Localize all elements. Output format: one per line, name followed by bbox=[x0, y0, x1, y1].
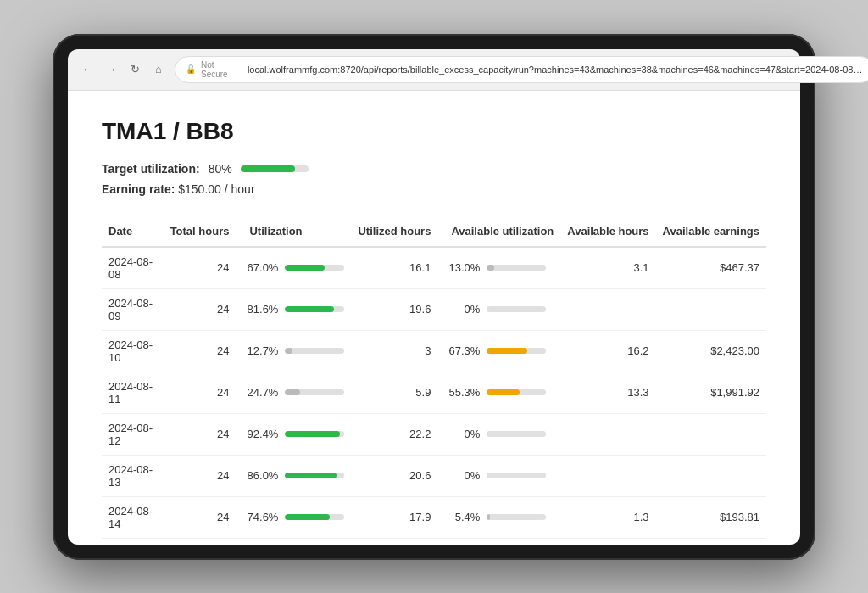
cell-avail-earnings: $193.81 bbox=[656, 496, 766, 538]
cell-utilization: 43.2% bbox=[236, 538, 351, 545]
col-header-date: Date bbox=[102, 216, 164, 247]
avail-util-bar-fill bbox=[487, 265, 494, 271]
target-util-label: Target utilization: bbox=[102, 162, 200, 176]
browser-chrome: ← → ↻ ⌂ 🔓 Not Secure local.wolframmfg.co… bbox=[68, 49, 800, 91]
cell-avail-util: 13.0% bbox=[437, 247, 560, 289]
util-pct-value: 81.6% bbox=[242, 303, 278, 316]
earning-rate-label: Earning rate: bbox=[102, 182, 175, 196]
util-bar bbox=[285, 348, 344, 354]
cell-total-hours: 23 bbox=[164, 538, 236, 545]
cell-avail-hours: 8.5 bbox=[560, 538, 655, 545]
earning-rate-value: $150.00 / hour bbox=[178, 182, 254, 196]
target-util-progress-fill bbox=[241, 165, 295, 172]
avail-util-bar bbox=[487, 431, 546, 437]
avail-util-bar-fill bbox=[487, 514, 490, 520]
back-button[interactable]: ← bbox=[78, 60, 97, 79]
cell-total-hours: 24 bbox=[164, 372, 236, 413]
util-pct-value: 24.7% bbox=[242, 386, 278, 399]
cell-utilization: 86.0% bbox=[236, 455, 351, 496]
cell-utilized-hours: 9.9 bbox=[351, 538, 437, 545]
cell-utilized-hours: 5.9 bbox=[351, 372, 437, 413]
table-row: 2024-08-08 24 67.0% 16.1 13.0% 3.1 $467.… bbox=[102, 247, 766, 289]
cell-total-hours: 24 bbox=[164, 247, 236, 289]
col-header-total-hours: Total hours bbox=[164, 216, 236, 247]
table-header-row: Date Total hours Utilization Utilized ho… bbox=[102, 216, 766, 247]
cell-avail-util: 67.3% bbox=[437, 330, 560, 372]
avail-util-bar-fill bbox=[487, 348, 526, 354]
cell-avail-hours: 3.1 bbox=[560, 247, 655, 289]
target-util-progress bbox=[241, 165, 309, 172]
util-pct-value: 67.0% bbox=[242, 261, 278, 274]
cell-avail-util: 0% bbox=[437, 455, 560, 496]
target-util-value: 80% bbox=[209, 162, 232, 176]
lock-icon: 🔓 bbox=[186, 64, 196, 74]
target-utilization-row: Target utilization: 80% bbox=[102, 162, 766, 176]
not-secure-label: Not Secure bbox=[201, 60, 242, 79]
cell-avail-earnings: $467.37 bbox=[656, 247, 766, 289]
cell-avail-earnings: $1,269.15 bbox=[656, 538, 766, 545]
cell-avail-earnings: $2,423.00 bbox=[656, 330, 766, 372]
cell-date: 2024-08-15 bbox=[102, 538, 164, 545]
cell-total-hours: 24 bbox=[164, 496, 236, 538]
avail-util-pct-value: 67.3% bbox=[444, 344, 480, 357]
cell-total-hours: 24 bbox=[164, 455, 236, 496]
cell-avail-hours bbox=[560, 413, 655, 455]
avail-util-bar bbox=[487, 265, 546, 271]
cell-utilization: 12.7% bbox=[236, 330, 351, 372]
cell-utilized-hours: 20.6 bbox=[351, 455, 437, 496]
url-text: local.wolframmfg.com:8720/api/reports/bi… bbox=[248, 64, 863, 75]
browser-nav-icons: ← → ↻ ⌂ bbox=[78, 60, 168, 79]
util-bar bbox=[285, 514, 344, 520]
cell-date: 2024-08-08 bbox=[102, 247, 164, 289]
forward-button[interactable]: → bbox=[102, 60, 120, 79]
cell-utilization: 92.4% bbox=[236, 413, 351, 455]
cell-date: 2024-08-14 bbox=[102, 496, 164, 538]
cell-utilized-hours: 19.6 bbox=[351, 288, 437, 330]
address-bar[interactable]: 🔓 Not Secure local.wolframmfg.com:8720/a… bbox=[175, 56, 868, 83]
util-pct-value: 86.0% bbox=[242, 469, 278, 482]
reload-button[interactable]: ↻ bbox=[125, 60, 144, 79]
table-row: 2024-08-15 23 43.2% 9.9 36.8% 8.5 $1,269… bbox=[102, 538, 766, 545]
cell-date: 2024-08-10 bbox=[102, 330, 164, 372]
util-bar-fill bbox=[285, 348, 292, 354]
cell-utilized-hours: 3 bbox=[351, 330, 437, 372]
cell-total-hours: 24 bbox=[164, 288, 236, 330]
cell-avail-earnings bbox=[656, 455, 766, 496]
cell-avail-earnings bbox=[656, 288, 766, 330]
table-row: 2024-08-11 24 24.7% 5.9 55.3% 13.3 $1,99… bbox=[102, 372, 766, 413]
home-button[interactable]: ⌂ bbox=[149, 60, 168, 79]
device-frame: ← → ↻ ⌂ 🔓 Not Secure local.wolframmfg.co… bbox=[53, 34, 815, 560]
util-bar-fill bbox=[285, 514, 329, 520]
util-bar bbox=[285, 265, 344, 271]
util-bar bbox=[285, 473, 344, 478]
cell-utilized-hours: 22.2 bbox=[351, 413, 437, 455]
cell-avail-earnings: $1,991.92 bbox=[656, 372, 766, 413]
cell-utilized-hours: 17.9 bbox=[351, 496, 437, 538]
avail-util-bar bbox=[487, 348, 546, 354]
table-row: 2024-08-13 24 86.0% 20.6 0% bbox=[102, 455, 766, 496]
util-bar bbox=[285, 389, 344, 395]
avail-util-pct-value: 13.0% bbox=[444, 261, 480, 274]
util-pct-value: 12.7% bbox=[242, 344, 278, 357]
avail-util-bar bbox=[487, 389, 546, 395]
cell-avail-util: 36.8% bbox=[437, 538, 560, 545]
util-bar bbox=[285, 306, 344, 312]
cell-avail-hours: 1.3 bbox=[560, 496, 655, 538]
util-bar-fill bbox=[285, 306, 333, 312]
cell-avail-util: 5.4% bbox=[437, 496, 560, 538]
cell-utilized-hours: 16.1 bbox=[351, 247, 437, 289]
avail-util-pct-value: 0% bbox=[444, 469, 480, 482]
avail-util-bar bbox=[487, 473, 546, 478]
col-header-avail-hours: Available hours bbox=[560, 216, 655, 247]
cell-utilization: 24.7% bbox=[236, 372, 351, 413]
cell-avail-util: 55.3% bbox=[437, 372, 560, 413]
cell-date: 2024-08-11 bbox=[102, 372, 164, 413]
cell-avail-util: 0% bbox=[437, 413, 560, 455]
cell-utilization: 74.6% bbox=[236, 496, 351, 538]
avail-util-bar bbox=[487, 514, 546, 520]
col-header-utilized-hours: Utilized hours bbox=[351, 216, 437, 247]
cell-date: 2024-08-13 bbox=[102, 455, 164, 496]
avail-util-pct-value: 55.3% bbox=[444, 386, 480, 399]
util-bar-fill bbox=[285, 389, 299, 395]
table-row: 2024-08-10 24 12.7% 3 67.3% 16.2 $2,423.… bbox=[102, 330, 766, 372]
